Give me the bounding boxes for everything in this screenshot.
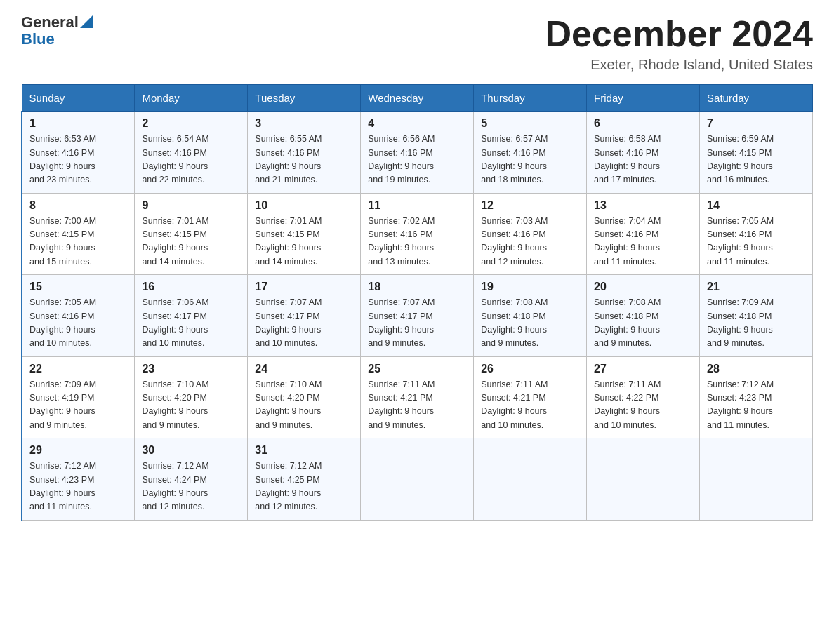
day-cell: 13Sunrise: 7:04 AMSunset: 4:16 PMDayligh…: [587, 193, 700, 275]
header-cell-saturday: Saturday: [700, 85, 813, 112]
day-cell: 17Sunrise: 7:07 AMSunset: 4:17 PMDayligh…: [248, 275, 361, 357]
day-info: Sunrise: 7:08 AMSunset: 4:18 PMDaylight:…: [594, 296, 692, 351]
day-info: Sunrise: 7:12 AMSunset: 4:24 PMDaylight:…: [142, 459, 240, 514]
day-number: 2: [142, 117, 240, 130]
day-info: Sunrise: 7:08 AMSunset: 4:18 PMDaylight:…: [481, 296, 579, 351]
day-cell: 6Sunrise: 6:58 AMSunset: 4:16 PMDaylight…: [587, 112, 700, 194]
header-row: SundayMondayTuesdayWednesdayThursdayFrid…: [22, 85, 813, 112]
day-info: Sunrise: 7:11 AMSunset: 4:22 PMDaylight:…: [594, 378, 692, 433]
day-number: 15: [29, 281, 127, 293]
day-number: 6: [594, 117, 692, 130]
page-title: December 2024: [545, 14, 813, 54]
day-cell: [361, 438, 474, 521]
header-cell-wednesday: Wednesday: [361, 85, 474, 112]
day-number: 27: [594, 363, 692, 375]
day-cell: 27Sunrise: 7:11 AMSunset: 4:22 PMDayligh…: [587, 356, 700, 438]
day-info: Sunrise: 7:01 AMSunset: 4:15 PMDaylight:…: [142, 215, 240, 269]
header-cell-friday: Friday: [587, 85, 700, 112]
day-cell: 1Sunrise: 6:53 AMSunset: 4:16 PMDaylight…: [22, 112, 135, 194]
day-info: Sunrise: 7:05 AMSunset: 4:16 PMDaylight:…: [29, 296, 127, 351]
day-info: Sunrise: 7:12 AMSunset: 4:23 PMDaylight:…: [29, 459, 127, 514]
day-info: Sunrise: 6:58 AMSunset: 4:16 PMDaylight:…: [594, 133, 692, 187]
day-info: Sunrise: 7:06 AMSunset: 4:17 PMDaylight:…: [142, 296, 240, 351]
header-cell-monday: Monday: [135, 85, 248, 112]
page-header: General Blue December 2024 Exeter, Rhode…: [21, 14, 813, 73]
day-info: Sunrise: 7:02 AMSunset: 4:16 PMDaylight:…: [368, 215, 466, 269]
day-info: Sunrise: 6:59 AMSunset: 4:15 PMDaylight:…: [707, 133, 805, 187]
day-number: 29: [29, 444, 127, 457]
header-cell-sunday: Sunday: [22, 85, 135, 112]
day-cell: 23Sunrise: 7:10 AMSunset: 4:20 PMDayligh…: [135, 356, 248, 438]
day-number: 25: [368, 363, 466, 375]
calendar-table: SundayMondayTuesdayWednesdayThursdayFrid…: [21, 84, 813, 521]
day-number: 1: [29, 117, 127, 130]
day-cell: 7Sunrise: 6:59 AMSunset: 4:15 PMDaylight…: [700, 112, 813, 194]
day-info: Sunrise: 7:05 AMSunset: 4:16 PMDaylight:…: [707, 215, 805, 269]
day-cell: 22Sunrise: 7:09 AMSunset: 4:19 PMDayligh…: [22, 356, 135, 438]
day-info: Sunrise: 7:09 AMSunset: 4:18 PMDaylight:…: [707, 296, 805, 351]
day-info: Sunrise: 6:53 AMSunset: 4:16 PMDaylight:…: [29, 133, 127, 187]
day-info: Sunrise: 7:09 AMSunset: 4:19 PMDaylight:…: [29, 378, 127, 433]
day-number: 22: [29, 363, 127, 375]
day-cell: 4Sunrise: 6:56 AMSunset: 4:16 PMDaylight…: [361, 112, 474, 194]
day-cell: 14Sunrise: 7:05 AMSunset: 4:16 PMDayligh…: [700, 193, 813, 275]
day-number: 24: [255, 363, 353, 375]
calendar-body: 1Sunrise: 6:53 AMSunset: 4:16 PMDaylight…: [22, 112, 813, 521]
day-info: Sunrise: 7:00 AMSunset: 4:15 PMDaylight:…: [29, 215, 127, 269]
day-info: Sunrise: 7:12 AMSunset: 4:23 PMDaylight:…: [707, 378, 805, 433]
day-info: Sunrise: 7:01 AMSunset: 4:15 PMDaylight:…: [255, 215, 353, 269]
day-info: Sunrise: 7:10 AMSunset: 4:20 PMDaylight:…: [142, 378, 240, 433]
day-cell: 12Sunrise: 7:03 AMSunset: 4:16 PMDayligh…: [474, 193, 587, 275]
day-number: 30: [142, 444, 240, 457]
day-cell: 19Sunrise: 7:08 AMSunset: 4:18 PMDayligh…: [474, 275, 587, 357]
day-cell: 28Sunrise: 7:12 AMSunset: 4:23 PMDayligh…: [700, 356, 813, 438]
day-number: 11: [368, 199, 466, 212]
day-info: Sunrise: 7:07 AMSunset: 4:17 PMDaylight:…: [368, 296, 466, 351]
day-cell: 5Sunrise: 6:57 AMSunset: 4:16 PMDaylight…: [474, 112, 587, 194]
day-info: Sunrise: 7:07 AMSunset: 4:17 PMDaylight:…: [255, 296, 353, 351]
day-cell: 11Sunrise: 7:02 AMSunset: 4:16 PMDayligh…: [361, 193, 474, 275]
day-cell: 25Sunrise: 7:11 AMSunset: 4:21 PMDayligh…: [361, 356, 474, 438]
day-number: 4: [368, 117, 466, 130]
day-cell: 2Sunrise: 6:54 AMSunset: 4:16 PMDaylight…: [135, 112, 248, 194]
day-cell: 10Sunrise: 7:01 AMSunset: 4:15 PMDayligh…: [248, 193, 361, 275]
day-cell: 3Sunrise: 6:55 AMSunset: 4:16 PMDaylight…: [248, 112, 361, 194]
day-info: Sunrise: 7:04 AMSunset: 4:16 PMDaylight:…: [594, 215, 692, 269]
day-info: Sunrise: 7:10 AMSunset: 4:20 PMDaylight:…: [255, 378, 353, 433]
header-cell-thursday: Thursday: [474, 85, 587, 112]
day-number: 7: [707, 117, 805, 130]
day-number: 19: [481, 281, 579, 293]
day-info: Sunrise: 6:56 AMSunset: 4:16 PMDaylight:…: [368, 133, 466, 187]
day-number: 5: [481, 117, 579, 130]
day-number: 21: [707, 281, 805, 293]
week-row-1: 1Sunrise: 6:53 AMSunset: 4:16 PMDaylight…: [22, 112, 813, 194]
day-number: 14: [707, 199, 805, 212]
day-info: Sunrise: 7:03 AMSunset: 4:16 PMDaylight:…: [481, 215, 579, 269]
day-info: Sunrise: 7:12 AMSunset: 4:25 PMDaylight:…: [255, 459, 353, 514]
day-number: 31: [255, 444, 353, 457]
page-location: Exeter, Rhode Island, United States: [545, 57, 813, 73]
day-number: 13: [594, 199, 692, 212]
day-cell: 18Sunrise: 7:07 AMSunset: 4:17 PMDayligh…: [361, 275, 474, 357]
logo-text: General Blue: [21, 14, 93, 48]
day-number: 3: [255, 117, 353, 130]
logo-general-text: General: [21, 14, 79, 31]
day-number: 23: [142, 363, 240, 375]
day-number: 12: [481, 199, 579, 212]
day-number: 16: [142, 281, 240, 293]
day-info: Sunrise: 6:54 AMSunset: 4:16 PMDaylight:…: [142, 133, 240, 187]
day-cell: 15Sunrise: 7:05 AMSunset: 4:16 PMDayligh…: [22, 275, 135, 357]
week-row-2: 8Sunrise: 7:00 AMSunset: 4:15 PMDaylight…: [22, 193, 813, 275]
title-block: December 2024 Exeter, Rhode Island, Unit…: [545, 14, 813, 73]
day-cell: [700, 438, 813, 521]
day-cell: 30Sunrise: 7:12 AMSunset: 4:24 PMDayligh…: [135, 438, 248, 521]
week-row-4: 22Sunrise: 7:09 AMSunset: 4:19 PMDayligh…: [22, 356, 813, 438]
day-number: 20: [594, 281, 692, 293]
logo: General Blue: [21, 14, 93, 48]
header-cell-tuesday: Tuesday: [248, 85, 361, 112]
day-number: 9: [142, 199, 240, 212]
day-cell: 26Sunrise: 7:11 AMSunset: 4:21 PMDayligh…: [474, 356, 587, 438]
day-cell: 20Sunrise: 7:08 AMSunset: 4:18 PMDayligh…: [587, 275, 700, 357]
day-cell: 21Sunrise: 7:09 AMSunset: 4:18 PMDayligh…: [700, 275, 813, 357]
day-info: Sunrise: 7:11 AMSunset: 4:21 PMDaylight:…: [481, 378, 579, 433]
